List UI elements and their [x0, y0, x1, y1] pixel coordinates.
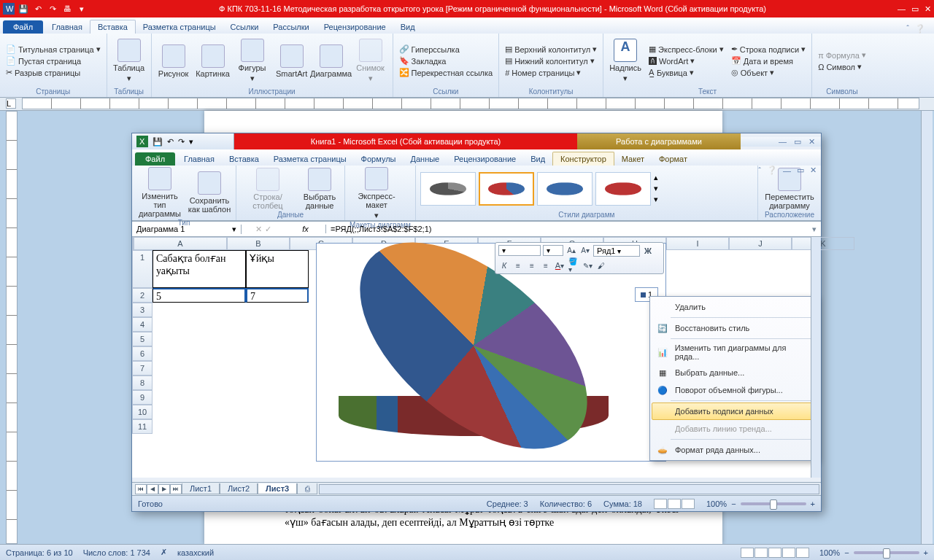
datetime-button[interactable]: 📅 Дата и время — [730, 55, 807, 66]
col-header-i[interactable]: I — [666, 237, 729, 250]
embedded-pie-chart[interactable]: 1 ▾ ▾ A▴ A▾ Ряд1 ▾ Ж К ≡ ≡ ≡ A▾ 🪣▾ ✎▾ 🖌 … — [316, 243, 666, 462]
mini-size-select[interactable]: ▾ — [543, 245, 563, 256]
row-header-7[interactable]: 7 — [132, 361, 153, 376]
dropcap-button[interactable]: A̲ Буквица ▾ — [647, 67, 725, 78]
fx-icon[interactable]: fx — [285, 225, 326, 233]
row-header-2[interactable]: 2 — [132, 288, 153, 303]
chart-style-more[interactable]: ▴▾▾ — [654, 173, 664, 204]
word-view-buttons[interactable] — [741, 548, 809, 558]
excel-zoom-slider[interactable] — [741, 502, 806, 505]
sheet-nav-first-icon[interactable]: ⏮ — [135, 484, 147, 494]
header-button[interactable]: ▤ Верхний колонтитул ▾ — [503, 44, 598, 55]
excel-undo-icon[interactable]: ↶ — [167, 137, 174, 147]
cm-add-data-labels[interactable]: Добавить подписи данных — [652, 402, 815, 420]
excel-view-buttons[interactable] — [654, 499, 695, 509]
mini-align-center-icon[interactable]: ≡ — [526, 260, 538, 271]
mini-font-select[interactable]: ▾ — [498, 245, 541, 256]
equation-button[interactable]: π Формула ▾ — [817, 50, 868, 61]
chart-tab-format[interactable]: Формат — [652, 152, 695, 166]
excel-tab-home[interactable]: Главная — [177, 152, 222, 166]
zoom-out-icon[interactable]: − — [844, 548, 849, 557]
excel-tab-view[interactable]: Вид — [523, 152, 552, 166]
mini-series-select[interactable]: Ряд1 ▾ — [593, 245, 640, 257]
mini-shrink-font-icon[interactable]: A▾ — [579, 245, 591, 257]
new-sheet-icon[interactable]: ⎙ — [297, 483, 317, 494]
excel-zoom-out-icon[interactable]: − — [731, 499, 736, 508]
row-header-4[interactable]: 4 — [132, 317, 153, 332]
excel-help-icon[interactable]: ❔ — [767, 166, 777, 175]
word-horizontal-ruler[interactable]: L — [0, 98, 934, 111]
maximize-icon[interactable]: ▭ — [911, 4, 919, 14]
word-zoom-label[interactable]: 100% — [819, 548, 840, 557]
help-icon[interactable]: ❔ — [915, 24, 925, 34]
mini-outline-icon[interactable]: ✎▾ — [582, 260, 593, 271]
excel-scrollbar-h[interactable] — [319, 484, 819, 494]
excel-inner-max-icon[interactable]: ▭ — [797, 166, 804, 175]
excel-zoom-label[interactable]: 100% — [706, 499, 727, 508]
row-header-9[interactable]: 9 — [132, 390, 153, 405]
row-header-3[interactable]: 3 — [132, 303, 153, 317]
row-header-6[interactable]: 6 — [132, 346, 153, 361]
tab-mailings[interactable]: Рассылки — [266, 20, 316, 34]
excel-ribbon-collapse-icon[interactable]: ˆ — [758, 166, 761, 175]
page-break-button[interactable]: ✂ Разрыв страницы — [4, 67, 102, 78]
cm-select-data[interactable]: ▦Выбрать данные... — [652, 364, 815, 381]
word-scrollbar-v[interactable] — [921, 111, 933, 544]
save-template-button[interactable]: Сохранить как шаблон — [188, 171, 231, 214]
wordart-button[interactable]: 🅰 WordArt ▾ — [647, 55, 725, 66]
status-lang[interactable]: казахский — [177, 548, 214, 557]
quickparts-button[interactable]: ▦ Экспресс-блоки ▾ — [647, 44, 725, 55]
table-button[interactable]: Таблица▾ — [112, 39, 147, 83]
chart-style-3[interactable] — [537, 172, 593, 206]
cell-b2[interactable]: 7 — [246, 288, 309, 303]
tab-review[interactable]: Рецензирование — [317, 20, 393, 34]
chart-style-2[interactable] — [479, 172, 534, 206]
excel-scrollbar-v[interactable] — [811, 237, 821, 478]
mini-italic-icon[interactable]: К — [498, 260, 510, 271]
excel-tab-data[interactable]: Данные — [403, 152, 447, 166]
sheet-tab-1[interactable]: Лист1 — [182, 483, 220, 494]
excel-grid[interactable]: A B C D E F G H I J K 1 2 3 4 5 6 7 8 9 … — [132, 237, 821, 478]
row-header-8[interactable]: 8 — [132, 376, 153, 390]
tab-view[interactable]: Вид — [393, 20, 422, 34]
shapes-button[interactable]: Фигуры▾ — [235, 39, 270, 83]
cm-restore-style[interactable]: 🔄Восстановить стиль — [652, 319, 815, 337]
print-icon[interactable]: 🖶 — [61, 3, 73, 15]
mini-format-painter-icon[interactable]: 🖌 — [595, 260, 607, 271]
redo-icon[interactable]: ↷ — [47, 3, 58, 15]
quick-layouts-button[interactable]: Экспресс-макет▾ — [350, 167, 404, 220]
excel-inner-close-icon[interactable]: ✕ — [810, 166, 817, 175]
row-header-1[interactable]: 1 — [132, 250, 153, 288]
word-zoom-slider[interactable] — [854, 551, 919, 554]
excel-maximize-icon[interactable]: ▭ — [794, 137, 801, 147]
mini-grow-font-icon[interactable]: A▴ — [566, 245, 577, 257]
excel-tab-layout[interactable]: Разметка страницы — [266, 152, 354, 166]
mini-align-left-icon[interactable]: ≡ — [512, 260, 524, 271]
zoom-in-icon[interactable]: + — [924, 548, 928, 557]
qat-more-icon[interactable]: ▾ — [76, 3, 88, 15]
cm-format-series[interactable]: 🥧Формат ряда данных... — [652, 441, 815, 459]
symbol-button[interactable]: Ω Символ ▾ — [817, 61, 868, 72]
excel-tab-review[interactable]: Рецензирование — [447, 152, 523, 166]
status-page[interactable]: Страница: 6 из 10 — [6, 548, 73, 557]
status-proof-icon[interactable]: ✗ — [161, 548, 167, 557]
tab-home[interactable]: Главная — [45, 20, 90, 34]
col-header-j[interactable]: J — [729, 237, 792, 250]
excel-file-tab[interactable]: Файл — [135, 152, 175, 166]
tab-insert[interactable]: Вставка — [90, 20, 136, 34]
excel-save-icon[interactable]: 💾 — [153, 137, 163, 147]
footer-button[interactable]: ▤ Нижний колонтитул ▾ — [503, 55, 598, 66]
sheet-nav-prev-icon[interactable]: ◀ — [147, 484, 158, 494]
col-header-k[interactable]: K — [792, 237, 854, 250]
word-vertical-ruler[interactable] — [6, 111, 18, 544]
cover-page-button[interactable]: 📄 Титульная страница ▾ — [4, 44, 102, 55]
col-header-a[interactable]: A — [134, 237, 227, 250]
cell-a1[interactable]: Сабақта болған уақыты — [153, 250, 246, 288]
row-header-11[interactable]: 11 — [132, 419, 153, 434]
excel-inner-min-icon[interactable]: — — [783, 166, 791, 175]
undo-icon[interactable]: ↶ — [32, 3, 44, 15]
switch-rowcol-button[interactable]: Строка/столбец — [241, 168, 295, 210]
minimize-icon[interactable]: — — [898, 4, 906, 14]
tab-references[interactable]: Ссылки — [223, 20, 266, 34]
chart-style-4[interactable] — [595, 172, 651, 206]
